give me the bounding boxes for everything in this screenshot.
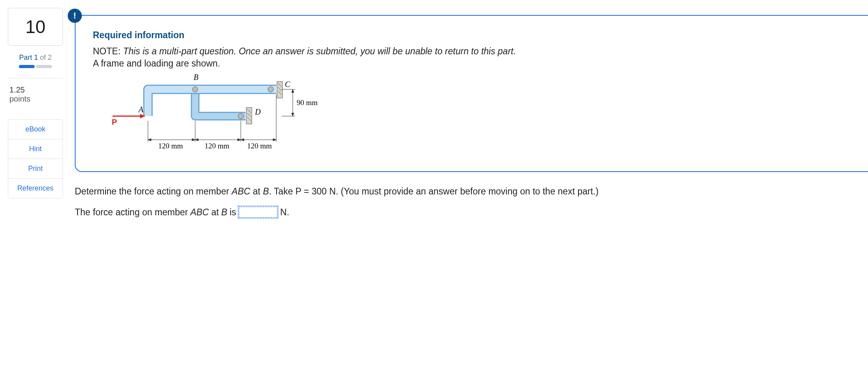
svg-rect-0 — [277, 81, 283, 98]
alert-icon: ! — [68, 9, 82, 23]
required-info-box: Required information NOTE: This is a mul… — [75, 15, 868, 172]
diagram-dim-2: 120 mm — [205, 142, 229, 150]
progress-bar — [8, 65, 63, 68]
diagram-label-b: B — [194, 73, 198, 81]
question-number-box: 10 — [8, 8, 63, 46]
svg-marker-24 — [241, 139, 244, 141]
frame-diagram: A B C D P 120 mm 120 mm 120 mm 90 mm — [101, 73, 321, 159]
points-value: 1.25 — [8, 85, 63, 94]
part-current: Part 1 — [19, 54, 38, 61]
svg-marker-18 — [148, 139, 151, 141]
answer-line: The force acting on member ABC at B is N… — [75, 206, 868, 218]
prompt-abc: ABC — [232, 186, 250, 196]
svg-point-9 — [268, 87, 273, 92]
progress-seg-2 — [36, 65, 52, 68]
diagram-label-a: A — [138, 105, 144, 114]
answer-b: B — [221, 207, 227, 218]
sidebar-link-references[interactable]: References — [8, 179, 63, 198]
sidebar: 10 Part 1 of 2 1.25 points eBook Hint Pr… — [8, 8, 63, 218]
svg-marker-25 — [273, 139, 276, 141]
main-content: ! Required information NOTE: This is a m… — [75, 8, 868, 218]
progress-seg-1 — [19, 65, 35, 68]
sidebar-link-ebook[interactable]: eBook — [8, 120, 63, 139]
note-line: NOTE: This is a multi-part question. Onc… — [93, 46, 858, 57]
divider — [8, 78, 63, 78]
svg-rect-4 — [246, 107, 252, 124]
answer-post: is — [229, 207, 236, 218]
svg-point-8 — [192, 87, 198, 92]
answer-input[interactable] — [238, 206, 278, 218]
svg-point-10 — [238, 113, 244, 119]
prompt-b: B — [263, 186, 269, 196]
sidebar-link-print[interactable]: Print — [8, 159, 63, 179]
diagram-label-d: D — [255, 107, 261, 116]
note-text: This is a multi-part question. Once an a… — [123, 46, 516, 56]
diagram-dim-1: 120 mm — [158, 142, 183, 150]
svg-marker-29 — [292, 89, 294, 93]
answer-pre: The force acting on member — [75, 207, 188, 218]
diagram-dim-3: 120 mm — [247, 142, 272, 150]
part-total: of 2 — [38, 54, 52, 61]
diagram-label-p: P — [112, 118, 117, 126]
prompt-mid: at — [250, 186, 263, 196]
diagram-dim-v: 90 mm — [297, 98, 318, 107]
sidebar-links: eBook Hint Print References — [8, 119, 63, 198]
part-label: Part 1 of 2 — [8, 54, 63, 62]
answer-unit: N. — [280, 207, 289, 218]
question-prompt: Determine the force acting on member ABC… — [75, 186, 868, 197]
points-label: points — [8, 94, 63, 104]
page-container: 10 Part 1 of 2 1.25 points eBook Hint Pr… — [8, 8, 868, 218]
frame-text: A frame and loading are shown. — [93, 58, 858, 69]
answer-abc: ABC — [190, 207, 209, 218]
question-body: Determine the force acting on member ABC… — [75, 177, 868, 218]
note-label: NOTE: — [93, 46, 123, 56]
sidebar-link-hint[interactable]: Hint — [8, 139, 63, 159]
required-heading: Required information — [93, 30, 858, 41]
prompt-post: . Take P = 300 N. (You must provide an a… — [269, 186, 598, 196]
svg-marker-30 — [292, 113, 294, 116]
prompt-pre: Determine the force acting on member — [75, 186, 232, 196]
diagram-label-c: C — [285, 80, 290, 89]
answer-mid: at — [211, 207, 219, 218]
svg-marker-21 — [195, 139, 198, 141]
